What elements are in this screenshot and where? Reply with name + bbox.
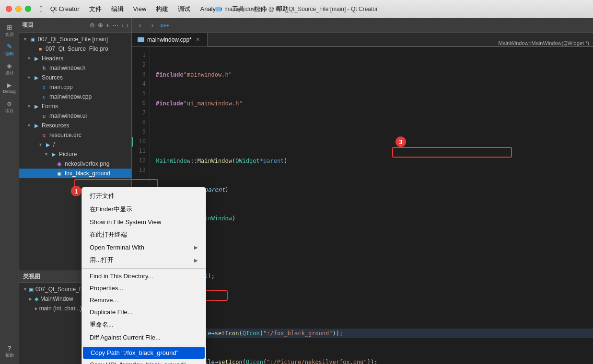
ctx-show-filesystem[interactable]: Show in File System View	[82, 216, 206, 228]
cv-label: 007_Qt_Source_F...	[35, 286, 87, 293]
ln-11: 11	[132, 147, 150, 156]
cpp-file-icon: c	[40, 84, 48, 90]
project-icon: ⚙	[7, 101, 12, 107]
badge-1: 1	[71, 186, 81, 196]
minimize-button[interactable]	[15, 6, 22, 12]
tree-label: fox_black_ground	[65, 170, 110, 177]
traffic-lights	[6, 6, 31, 12]
filetree-title: 项目	[22, 21, 34, 29]
ctx-properties[interactable]: Properties...	[82, 282, 206, 294]
sidebar-debug-label: Debug	[3, 89, 16, 94]
tree-item-slash[interactable]: ▼ ▶ /	[19, 140, 131, 149]
ln-1: 1	[132, 51, 150, 60]
nav-back-btn[interactable]: ‹	[135, 20, 145, 31]
code-line-8: ui→setupUi(this);	[156, 271, 593, 281]
edit-icon: ✎	[7, 43, 12, 50]
settings-icon[interactable]: ⋯	[112, 22, 118, 29]
submenu-arrow-2: ▶	[194, 258, 198, 263]
tab-mainwindow-cpp[interactable]: mainwindow.cpp* ✕	[132, 33, 208, 46]
add-icon[interactable]: +	[106, 22, 110, 29]
ctx-copy-path[interactable]: Copy Path ":/fox_black_ground"	[83, 347, 205, 359]
maximize-button[interactable]	[25, 6, 31, 12]
sidebar-edit-label: 编辑	[5, 51, 14, 57]
menu-view[interactable]: View	[128, 3, 151, 14]
cv-label: MainWindow	[40, 296, 73, 302]
ctx-duplicate[interactable]: Duplicate File...	[82, 306, 206, 318]
tree-item-nekosilverfox[interactable]: ◉ nekosilverfox.png	[19, 159, 131, 169]
ctx-show-finder[interactable]: 在Finder中显示	[82, 203, 206, 216]
sidebar-item-help[interactable]: ? 帮助	[1, 343, 18, 360]
nav-fwd-icon[interactable]: ›	[127, 22, 128, 29]
tree-item-mainwindow-cpp[interactable]: c mainwindow.cpp	[19, 92, 131, 102]
sources-folder-icon: ▶	[33, 75, 40, 81]
ctx-remove[interactable]: Remove...	[82, 294, 206, 306]
code-line-6: , ui(new Ui::MainWindow)	[156, 214, 593, 223]
menu-qtcreator[interactable]: Qt Creator	[46, 3, 84, 14]
tree-item-headers[interactable]: ▼ ▶ Headers	[19, 54, 131, 63]
apple-menu[interactable]: 	[40, 5, 43, 13]
tree-item-sources[interactable]: ▼ ▶ Sources	[19, 73, 131, 82]
editor-tabs: mainwindow.cpp* ✕ MainWindow::MainWindow…	[132, 33, 593, 47]
ctx-open-terminal[interactable]: 在此打开终端	[82, 228, 206, 241]
code-content[interactable]: #include "mainwindow.h" #include "ui_mai…	[150, 47, 593, 364]
welcome-icon: ⊞	[7, 24, 12, 31]
menu-build[interactable]: 构建	[151, 3, 173, 15]
tree-item-fox-black-ground[interactable]: ◉ fox_black_ground	[19, 169, 131, 178]
tree-item-forms[interactable]: ▼ ▶ Forms	[19, 102, 131, 111]
ln-6: 6	[132, 99, 150, 108]
tree-label: mainwindow.h	[49, 65, 85, 71]
tree-item-main-cpp[interactable]: c main.cpp	[19, 82, 131, 92]
filter-icon[interactable]: ⊜	[90, 22, 95, 29]
tree-item-mainwindow-ui[interactable]: u mainwindow.ui	[19, 111, 131, 121]
tab-label: mainwindow.cpp*	[147, 36, 192, 43]
png-file-icon: ◉	[56, 161, 63, 167]
ln-12: 12	[132, 156, 150, 166]
tree-item-root[interactable]: ▼ ▣ 007_Qt_Source_File [main]	[19, 34, 131, 44]
ln-7: 7	[132, 108, 150, 118]
ctx-sep-2	[82, 345, 206, 345]
code-line-7: {	[156, 242, 593, 252]
close-button[interactable]	[6, 6, 12, 12]
tree-item-mainwindow-h[interactable]: h mainwindow.h	[19, 63, 131, 73]
sidebar-item-design[interactable]: ◈ 设计	[1, 60, 18, 78]
sidebar-design-label: 设计	[5, 70, 14, 76]
help-icon: ?	[7, 345, 12, 352]
tree-item-pro[interactable]: ■ 007_Qt_Source_File.pro	[19, 44, 131, 54]
ln-14	[132, 175, 150, 185]
tab-close-btn[interactable]: ✕	[195, 36, 201, 43]
code-line-11: ui→actionEditFile→setIcon(QIcon(":/Pictu…	[156, 357, 593, 364]
nav-fwd-btn[interactable]: ›	[147, 20, 158, 31]
window-title: mainwindow.cpp @ 007_Qt_Source_File [mai…	[215, 6, 378, 12]
tree-label: Sources	[42, 74, 63, 81]
menu-edit[interactable]: 编辑	[106, 3, 128, 15]
menu-file[interactable]: 文件	[84, 3, 106, 15]
ctx-diff[interactable]: Diff Against Current File...	[82, 331, 206, 343]
ctx-open-open[interactable]: 用...打开 ▶	[82, 253, 206, 267]
sidebar-item-welcome[interactable]: ⊞ 欢迎	[1, 22, 18, 39]
nav-back-icon[interactable]: ‹	[121, 22, 123, 29]
code-line-3	[156, 127, 593, 137]
resources-folder-icon: ▶	[33, 123, 40, 129]
ctx-rename[interactable]: 重命名...	[82, 318, 206, 331]
sidebar-item-debug[interactable]: ▶ Debug	[1, 80, 18, 97]
filetree-toolbar: ⊜ ⊕ + ⋯ ‹ ›	[90, 22, 128, 29]
ctx-find-dir[interactable]: Find in This Directory...	[82, 270, 206, 282]
tree-item-resources[interactable]: ▼ ▶ Resources	[19, 121, 131, 130]
ctx-open-file[interactable]: 打开文件	[82, 189, 206, 203]
forms-folder-icon: ▶	[33, 103, 40, 110]
ctx-copy-url[interactable]: Copy URL "qrc:/fox_black_ground"	[82, 359, 206, 364]
expand-arrow: ▼	[23, 37, 29, 42]
sidebar-project-label: 项目	[5, 108, 14, 114]
tree-item-resource-qrc[interactable]: q resource.qrc	[19, 130, 131, 140]
sidebar-item-project[interactable]: ⚙ 项目	[1, 99, 18, 116]
menu-debug[interactable]: 调试	[173, 3, 195, 15]
tree-label: main.cpp	[49, 84, 73, 91]
sidebar-item-edit[interactable]: ✎ 编辑	[1, 41, 18, 58]
cv-label: main (int, char...)	[39, 305, 82, 312]
link-icon[interactable]: ⊕	[98, 22, 103, 29]
tree-item-picture[interactable]: ▼ ▶ Picture	[19, 149, 131, 159]
ln-13: 13	[132, 166, 150, 175]
ctx-open-terminal-with[interactable]: Open Terminal With ▶	[82, 241, 206, 253]
slash-folder-icon: ▶	[44, 142, 52, 148]
picture-folder-icon: ▶	[50, 151, 58, 158]
